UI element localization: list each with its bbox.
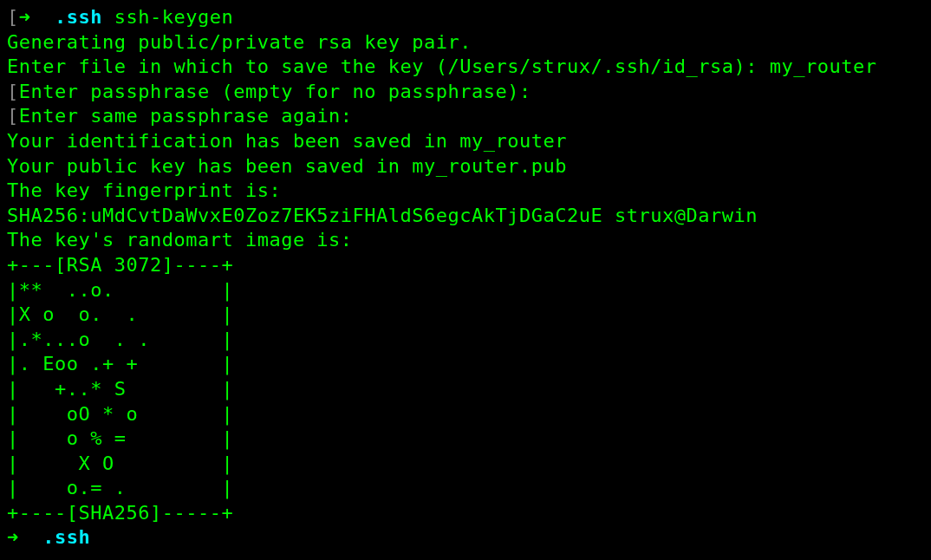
randomart-line: | +..* S | — [7, 377, 924, 402]
randomart-line: | o.= . | — [7, 476, 924, 501]
prompt-command: ssh-keygen — [102, 6, 233, 28]
output-line: Enter file in which to save the key (/Us… — [7, 55, 924, 80]
randomart-line: |** ..o. | — [7, 278, 924, 303]
prompt-dir: .ssh — [55, 6, 102, 28]
bracket-open: [ — [7, 6, 19, 28]
randomart-line: | o % = | — [7, 427, 924, 452]
prompt-line-2[interactable]: ➜ .ssh — [7, 525, 924, 550]
randomart-line: +---[RSA 3072]----+ — [7, 253, 924, 278]
prompt-arrow: ➜ — [19, 6, 55, 28]
output-line: [Enter passphrase (empty for no passphra… — [7, 80, 924, 105]
bracket-open: [ — [7, 105, 19, 127]
randomart-line: | X O | — [7, 452, 924, 477]
prompt-arrow: ➜ — [7, 526, 42, 548]
output-line: Your identification has been saved in my… — [7, 129, 924, 154]
randomart-line: | oO * o | — [7, 402, 924, 427]
randomart-line: |.*...o . . | — [7, 328, 924, 353]
bracket-open: [ — [7, 81, 19, 102]
prompt-dir: .ssh — [42, 526, 90, 548]
output-text: Enter passphrase (empty for no passphras… — [19, 81, 531, 102]
output-line: The key fingerprint is: — [7, 179, 924, 204]
randomart-line: |. Eoo .+ + | — [7, 352, 924, 377]
output-line: [Enter same passphrase again: — [7, 104, 924, 129]
output-text: Enter same passphrase again: — [19, 105, 353, 127]
output-line: Generating public/private rsa key pair. — [7, 30, 924, 55]
prompt-line-1[interactable]: [➜ .ssh ssh-keygen — [7, 5, 924, 30]
output-line: The key's randomart image is: — [7, 228, 924, 253]
output-line: SHA256:uMdCvtDaWvxE0Zoz7EK5ziFHAldS6egcA… — [7, 204, 924, 229]
randomart-line: +----[SHA256]-----+ — [7, 501, 924, 526]
randomart-line: |X o o. . | — [7, 303, 924, 328]
output-line: Your public key has been saved in my_rou… — [7, 154, 924, 179]
